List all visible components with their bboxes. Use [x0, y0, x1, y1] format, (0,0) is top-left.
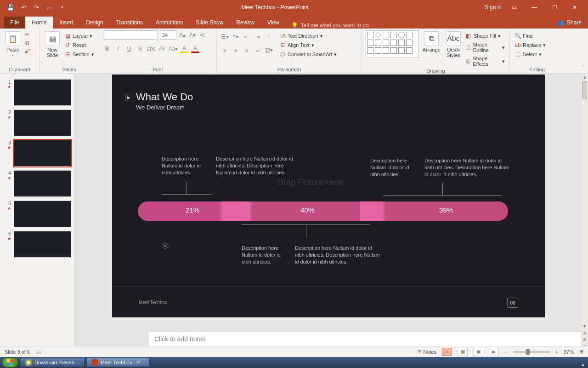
tab-view[interactable]: View: [261, 17, 286, 29]
notes-toggle[interactable]: ≣Notes: [417, 349, 436, 355]
format-painter-icon[interactable]: 🖌: [24, 48, 30, 54]
spellcheck-icon[interactable]: 📖: [35, 349, 42, 355]
tab-insert[interactable]: Insert: [53, 17, 79, 29]
align-right-icon[interactable]: ≡: [243, 46, 251, 54]
fit-to-window-button[interactable]: ⊞: [579, 349, 583, 355]
slide-subtitle[interactable]: We Deliver Dream: [136, 104, 185, 111]
start-button[interactable]: [2, 357, 18, 368]
slide-thumbnails-panel[interactable]: 1★ 2★ 3★ 4★ 5★ 6★: [0, 74, 74, 350]
font-size-select[interactable]: 24: [160, 30, 176, 40]
layout-button[interactable]: ▤Layout ▾: [63, 32, 93, 40]
align-center-icon[interactable]: ≡: [232, 46, 240, 54]
maximize-icon[interactable]: ☐: [547, 2, 562, 12]
slide-title[interactable]: What We Do: [136, 91, 193, 103]
zoom-out-button[interactable]: −: [504, 349, 507, 355]
tab-animations[interactable]: Animations: [149, 17, 189, 29]
thumbnail-6[interactable]: 6★: [0, 229, 74, 259]
tab-slideshow[interactable]: Slide Show: [189, 17, 230, 29]
taskbar-chrome[interactable]: Download Presen…: [20, 358, 85, 367]
show-hidden-icons-icon[interactable]: ▲: [581, 362, 585, 367]
new-slide-button[interactable]: ▦ New Slide: [43, 30, 62, 59]
ribbon-display-options-icon[interactable]: ▭: [506, 2, 522, 12]
desc-top-left[interactable]: Description here Nullam id dolor id nibh…: [162, 155, 208, 176]
slide-footer[interactable]: Meet Techbox: [139, 300, 167, 305]
bullets-icon[interactable]: ☰▾: [220, 33, 229, 41]
zoom-level[interactable]: 37%: [564, 349, 574, 355]
find-button[interactable]: 🔍Find: [514, 32, 533, 40]
slideshow-view-button[interactable]: ▶: [489, 348, 499, 356]
desc-top-mid[interactable]: Description here Nullam id dolor id nibh…: [216, 155, 299, 176]
tell-me-search[interactable]: 💡 Tell me what you want to do: [286, 22, 369, 29]
shapes-gallery[interactable]: [366, 30, 419, 58]
quick-styles-button[interactable]: Abc Quick Styles: [444, 30, 463, 59]
shape-effects-button[interactable]: ◎Shape Effects ▾: [464, 55, 506, 67]
normal-view-button[interactable]: ▭: [442, 348, 452, 356]
scroll-up-icon[interactable]: ▲: [581, 74, 588, 80]
minimize-icon[interactable]: —: [526, 2, 542, 12]
change-case-icon[interactable]: Aa▾: [169, 45, 177, 53]
desc-bot-left[interactable]: Description here Nullam id dolor id nibh…: [242, 245, 288, 265]
tab-transitions[interactable]: Transitions: [110, 17, 149, 29]
thumbnail-1[interactable]: 1★: [0, 77, 74, 108]
prev-slide-icon[interactable]: ≙: [581, 330, 588, 337]
undo-icon[interactable]: ↶: [20, 4, 27, 11]
font-family-select[interactable]: [103, 30, 158, 40]
close-icon[interactable]: ✕: [567, 2, 582, 12]
italic-button[interactable]: I: [114, 45, 122, 53]
scroll-thumb[interactable]: [582, 81, 587, 99]
decrease-font-icon[interactable]: A▾: [188, 31, 197, 39]
scroll-down-icon[interactable]: ▼: [581, 322, 588, 329]
start-from-beginning-icon[interactable]: ▭: [46, 4, 52, 11]
justify-icon[interactable]: ≣: [254, 46, 262, 54]
shape-outline-button[interactable]: ▢Shape Outline ▾: [464, 41, 506, 53]
clear-formatting-icon[interactable]: A⃠: [198, 31, 207, 39]
highlight-icon[interactable]: A: [180, 45, 188, 53]
paste-button[interactable]: 📋 Paste ▾: [4, 30, 22, 58]
shadow-button[interactable]: abc: [147, 45, 155, 53]
align-text-button[interactable]: ⊟Align Text ▾: [278, 41, 315, 49]
desc-top-r2[interactable]: Description here Nullam id dolor id nibh…: [424, 157, 512, 178]
slide-editor[interactable]: ▶ What We Do We Deliver Dream Drag Pictu…: [74, 74, 588, 350]
increase-indent-icon[interactable]: ⇥: [254, 33, 262, 41]
tab-home[interactable]: Home: [25, 17, 53, 29]
convert-smartart-button[interactable]: ⬡Convert to SmartArt ▾: [278, 51, 338, 58]
numbering-icon[interactable]: ≡▾: [232, 33, 240, 41]
slide-sorter-view-button[interactable]: ▦: [458, 348, 468, 356]
tab-file[interactable]: File: [4, 17, 25, 29]
text-direction-button[interactable]: ↕AText Direction ▾: [278, 32, 324, 40]
next-slide-icon[interactable]: ≚: [581, 336, 588, 343]
save-icon[interactable]: 💾: [7, 4, 14, 11]
zoom-in-button[interactable]: +: [555, 349, 558, 355]
desc-bot-right[interactable]: Description here Nullam id dolor id nibh…: [295, 245, 382, 265]
reading-view-button[interactable]: ▣: [473, 348, 483, 356]
sign-in-link[interactable]: Sign in: [485, 4, 502, 11]
taskbar-powerpoint[interactable]: Meet Techbox - P…: [86, 358, 150, 367]
tab-design[interactable]: Design: [79, 17, 109, 29]
arrange-button[interactable]: ⧉ Arrange: [421, 30, 442, 53]
columns-icon[interactable]: ▥▾: [265, 46, 273, 54]
bold-button[interactable]: B: [103, 45, 111, 53]
thumbnail-5[interactable]: 5★: [0, 199, 74, 229]
decrease-indent-icon[interactable]: ⇤: [243, 33, 251, 41]
desc-top-r1[interactable]: Description here Nullam id dolor id nibh…: [370, 157, 416, 178]
font-color-icon[interactable]: A: [191, 45, 199, 53]
redo-icon[interactable]: ↷: [33, 4, 40, 11]
thumbnail-3[interactable]: 3★: [0, 138, 74, 168]
shape-fill-button[interactable]: ◧Shape Fill ▾: [464, 32, 502, 40]
vertical-scrollbar[interactable]: ▲ ▼ ≙ ≚ ⊞: [581, 74, 588, 350]
select-button[interactable]: ⬚Select ▾: [514, 51, 543, 58]
reset-button[interactable]: ↺Reset: [63, 41, 87, 49]
cut-icon[interactable]: ✂: [24, 31, 30, 38]
character-spacing-icon[interactable]: AV: [158, 45, 166, 53]
thumbnail-2[interactable]: 2★: [0, 108, 74, 138]
slide-counter[interactable]: Slide 3 of 6: [5, 349, 30, 355]
zoom-knob[interactable]: [526, 349, 530, 355]
thumbnail-4[interactable]: 4★: [0, 168, 74, 199]
underline-button[interactable]: U: [125, 45, 133, 53]
copy-icon[interactable]: ⧉: [24, 40, 30, 46]
tab-review[interactable]: Review: [230, 17, 260, 29]
align-left-icon[interactable]: ≡: [220, 46, 229, 54]
zoom-slider[interactable]: [513, 351, 550, 353]
line-spacing-icon[interactable]: ↕: [265, 33, 273, 41]
qat-customize-icon[interactable]: ▾: [59, 4, 65, 11]
